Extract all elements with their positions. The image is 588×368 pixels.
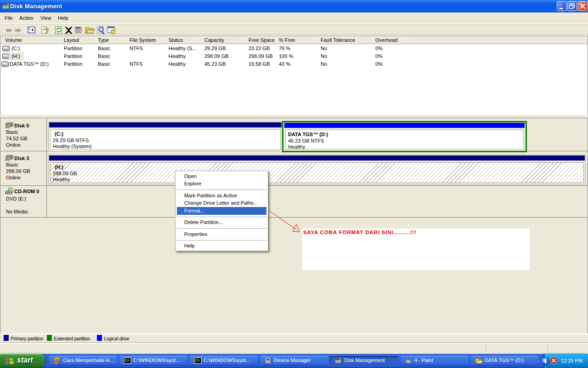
svg-text:?: ? (45, 27, 49, 35)
svg-text:C:\: C:\ (125, 359, 129, 362)
svg-text:C:\: C:\ (195, 359, 199, 362)
